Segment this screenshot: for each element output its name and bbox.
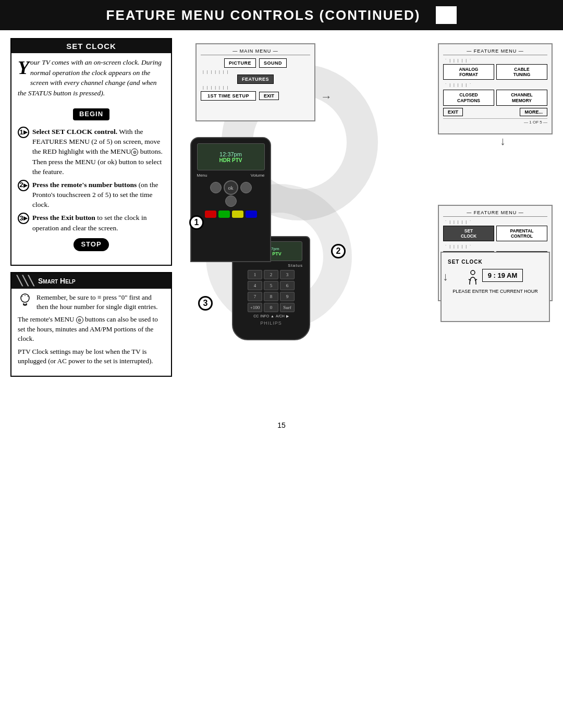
set-clock-screen: SET CLOCK 9 : 19 AM PLEASE ENTER THE CUR… <box>440 252 550 322</box>
main-menu-exit-button: EXIT <box>259 92 279 100</box>
step-2-text: Press the remote's number buttons (on th… <box>32 180 165 209</box>
parental-control-btn: PARENTALCONTROL <box>496 226 547 241</box>
step-2-arrow: ▶ <box>23 182 28 190</box>
begin-badge: BEGIN <box>73 108 109 120</box>
fm1-of-label: — 1 OF 5 — <box>443 118 547 125</box>
number-pad: 1 2 3 4 5 6 7 8 9 +100 0 Surf <box>248 270 295 312</box>
menu-icon-2: ⊙ <box>76 316 83 324</box>
arrow-1: → <box>321 90 332 104</box>
step-3-num-label: 3 <box>19 214 23 224</box>
diagram-step-2-label: 2 <box>336 246 341 256</box>
ok-btn[interactable]: ok <box>224 180 238 195</box>
stop-badge: STOP <box>74 238 108 251</box>
step-3-arrow: ▶ <box>23 215 28 223</box>
remote-nav: ok <box>210 180 252 195</box>
svg-line-6 <box>22 296 23 297</box>
btn-2[interactable]: 2 <box>264 270 278 279</box>
status-label: Status <box>288 263 303 268</box>
btn-8[interactable]: 8 <box>264 292 278 301</box>
remote-time: 12:37pm <box>219 151 242 157</box>
btn-9[interactable]: 9 <box>280 292 295 301</box>
btn-3[interactable]: 3 <box>280 270 295 279</box>
step-1: 1 ▶ Select SET CLOCK control. With the F… <box>18 127 165 177</box>
a-icon: ▲ <box>271 314 274 318</box>
fm2-tick: ` | | | | | ` <box>445 220 545 224</box>
blue-btn[interactable] <box>246 211 257 218</box>
svg-point-8 <box>471 270 475 275</box>
step-3-text: Press the Exit button to set the clock i… <box>32 213 165 232</box>
feature-menu-2-title: — FEATURE MENU — <box>443 210 547 217</box>
svg-line-7 <box>28 296 29 297</box>
feature-menu-1-title: — FEATURE MENU — <box>443 48 547 55</box>
analog-format-btn: ANALOGFORMAT <box>443 64 494 80</box>
step-1-num-label: 1 <box>19 128 23 138</box>
bottom-row: CC INFO ▲ A/CH ▶ <box>253 314 289 318</box>
volume-label: Volume <box>251 173 265 178</box>
menu-icon-1: ⊙ <box>131 149 138 156</box>
btn-7[interactable]: 7 <box>248 292 262 301</box>
diagram-step-3-circle: 3 <box>198 296 213 311</box>
clock-person-icon <box>468 270 478 285</box>
fm1-exit-btn: EXIT <box>443 108 463 116</box>
remote-body-top: 12:37pm HDR PTV Menu Volume ok <box>190 137 271 262</box>
set-clock-screen-title: SET CLOCK <box>448 259 543 265</box>
cable-tuning-btn: CABLETUNING <box>496 64 547 80</box>
fm1-more-btn: MORE... <box>520 108 547 116</box>
page-number: 15 <box>0 421 563 429</box>
green-btn[interactable] <box>218 211 230 218</box>
set-clock-btn: SETCLOCK <box>443 226 494 241</box>
btn-100[interactable]: +100 <box>248 303 262 312</box>
remote-screen: 12:37pm HDR PTV <box>197 143 265 170</box>
fm1-exit-row: EXIT MORE... <box>443 108 547 116</box>
step-1-bold: Select SET CLOCK control. <box>32 128 117 135</box>
smart-help-title: ╲╲╲ Smart Help <box>11 273 171 289</box>
main-menu-row-2: 1ST TIME SETUP EXIT <box>201 91 310 101</box>
info-label: INFO <box>260 314 269 318</box>
left-column: SET CLOCK Y our TV comes with an on-scre… <box>10 38 172 403</box>
step-3-number: 3 ▶ <box>18 213 29 224</box>
features-button: FEATURES <box>237 75 274 84</box>
left-btn[interactable] <box>210 182 222 193</box>
lightbulb-icon <box>18 293 32 311</box>
btn-0[interactable]: 0 <box>264 303 278 312</box>
diagonal-decoration: ╲╲╲ <box>17 275 34 287</box>
step-1-arrow: ▶ <box>23 129 28 137</box>
yellow-btn[interactable] <box>232 211 243 218</box>
smart-help-para-2: The remote's MENU ⊙ buttons can also be … <box>18 315 165 343</box>
first-time-setup-button: 1ST TIME SETUP <box>201 91 256 101</box>
step-1-text: Select SET CLOCK control. With the FEATU… <box>32 127 165 177</box>
btn-5[interactable]: 5 <box>264 281 278 290</box>
smart-help-para-3: PTV Clock settings may be lost when the … <box>18 347 165 366</box>
step-3: 3 ▶ Press the Exit button to set the clo… <box>18 213 165 232</box>
red-btn[interactable] <box>205 211 216 218</box>
header-title: FEATURE MENU CONTROLS (CONTINUED) <box>106 7 421 23</box>
right-btn[interactable] <box>240 182 252 193</box>
smart-help-label: Smart Help <box>38 277 76 285</box>
main-content: SET CLOCK Y our TV comes with an on-scre… <box>0 30 563 411</box>
btn-1[interactable]: 1 <box>248 270 262 279</box>
channel-memory-btn: CHANNELMEMORY <box>496 90 547 105</box>
fm2-tick2: ` | | | | | ` <box>445 244 492 248</box>
feature-menu-1-grid: ANALOGFORMAT CABLETUNING ` | | | | | ` C… <box>443 64 547 106</box>
set-clock-content: Y our TV comes with an on-screen clock. … <box>11 53 171 260</box>
remote-labels-row: Menu Volume <box>197 173 265 178</box>
arrow-icon: ▶ <box>286 314 289 318</box>
time-display: 9 : 19 AM <box>482 269 523 282</box>
picture-button: PICTURE <box>224 58 256 68</box>
btn-surf[interactable]: Surf <box>280 303 295 312</box>
btn-6[interactable]: 6 <box>280 281 295 290</box>
set-clock-title: SET CLOCK <box>11 39 171 53</box>
tick-row-1: | | | | | | | <box>203 70 308 73</box>
arrow-down-2: ↓ <box>443 270 448 283</box>
step-1-number: 1 ▶ <box>18 127 29 138</box>
btn-4[interactable]: 4 <box>248 281 262 290</box>
step-2-bold: Press the remote's number buttons <box>32 181 137 189</box>
feature-menu-screen-1: — FEATURE MENU — ` | | | | | ` ANALOGFOR… <box>438 43 553 134</box>
step-3-bold: Press the Exit button <box>32 214 95 221</box>
step-2: 2 ▶ Press the remote's number buttons (o… <box>18 180 165 209</box>
main-menu-screen: — MAIN MENU — PICTURE SOUND | | | | | | … <box>195 43 315 121</box>
smart-help-box: ╲╲╲ Smart Help <box>10 272 172 377</box>
smart-help-content: Remember, be sure to ≡ press "0" first a… <box>11 289 171 371</box>
step-2-num-label: 2 <box>19 180 23 190</box>
down-btn[interactable] <box>225 195 237 207</box>
